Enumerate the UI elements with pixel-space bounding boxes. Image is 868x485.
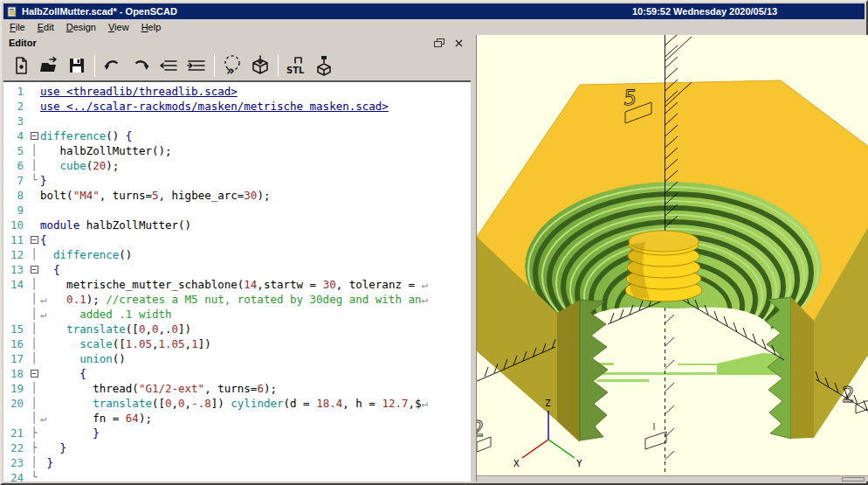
viewport-resize-grip[interactable] xyxy=(842,477,865,482)
fold-marker xyxy=(28,188,40,203)
svg-text:STL: STL xyxy=(286,66,305,75)
code-text: { xyxy=(40,232,47,247)
fold-marker[interactable]: − xyxy=(28,262,40,277)
line-number: 16 xyxy=(3,336,28,351)
unindent-button[interactable] xyxy=(155,53,183,78)
toolbar-separator xyxy=(214,54,215,77)
code-text: } xyxy=(40,440,66,455)
code-text: translate([0,0,-.8]) cylinder(d = 18.4, … xyxy=(40,396,428,411)
line-number xyxy=(3,307,28,322)
code-text: metrische_mutter_schablone(14,startw = 3… xyxy=(40,277,428,292)
bolt xyxy=(625,231,702,301)
close-panel-button[interactable] xyxy=(451,37,465,49)
open-file-button[interactable] xyxy=(35,53,63,78)
fold-marker: └ xyxy=(28,173,40,188)
code-text: ↵ added .1 width xyxy=(40,307,172,322)
menu-file[interactable]: File xyxy=(3,20,31,34)
fold-marker[interactable]: − xyxy=(28,366,40,381)
line-number: 11 xyxy=(3,232,28,247)
line-number xyxy=(3,411,28,426)
code-line: 16│ scale([1.05,1.05,1]) xyxy=(3,336,471,351)
editor-dock: Editor xyxy=(3,35,471,482)
menu-view[interactable]: View xyxy=(102,20,135,34)
line-number: 4 xyxy=(3,128,28,143)
code-line: 2use <../scalar-rackmods/masken/metrisch… xyxy=(3,99,471,114)
new-file-button[interactable] xyxy=(7,53,35,78)
z-scale-label: 5 xyxy=(623,86,637,110)
code-text: scale([1.05,1.05,1]) xyxy=(40,336,211,351)
title-bar[interactable]: HalbZollMutter.scad* - OpenSCAD 10:59:52… xyxy=(3,3,865,19)
openscad-window: HalbZollMutter.scad* - OpenSCAD 10:59:52… xyxy=(0,0,868,485)
toolbar-separator xyxy=(278,54,279,77)
line-number: 24 xyxy=(3,470,28,482)
fold-marker xyxy=(28,218,40,232)
code-text: ↵ fn = 64); xyxy=(40,411,152,426)
fold-marker xyxy=(28,203,40,218)
fold-marker[interactable]: − xyxy=(28,232,40,247)
code-line: 23│ } xyxy=(3,455,471,470)
line-number: 10 xyxy=(3,218,28,232)
code-text: union() xyxy=(40,351,126,366)
fold-marker: │ xyxy=(28,396,40,411)
viewport-scrollbar[interactable] xyxy=(477,475,868,482)
code-line: 21├ } xyxy=(3,426,471,440)
fold-marker: │ xyxy=(28,247,40,262)
fold-marker: │ xyxy=(28,292,40,307)
code-text: ↵ 0.1); //creates a M5 nut, rotated by 3… xyxy=(40,292,428,307)
render-button[interactable] xyxy=(246,53,274,78)
viewport-3d[interactable]: 5 2 2 Z X xyxy=(476,35,868,482)
code-text: cube(20); xyxy=(40,158,119,173)
code-line: 13− { xyxy=(3,262,471,277)
toolbar-separator xyxy=(94,54,95,77)
undo-button[interactable] xyxy=(99,53,127,78)
fold-marker: │ xyxy=(28,277,40,292)
redo-button[interactable] xyxy=(127,53,155,78)
menu-design[interactable]: Design xyxy=(60,20,102,34)
y-axis-label: Y xyxy=(576,458,582,469)
menu-help[interactable]: Help xyxy=(135,20,168,34)
code-line: 1use <threadlib/threadlib.scad> xyxy=(3,84,471,99)
code-text: thread("G1/2-ext", turns=6); xyxy=(40,381,277,396)
fold-marker xyxy=(28,99,40,114)
float-panel-button[interactable] xyxy=(432,37,446,49)
fold-marker: ├ xyxy=(28,426,40,440)
code-line: 14│ metrische_mutter_schablone(14,startw… xyxy=(3,277,471,292)
menu-edit[interactable]: Edit xyxy=(31,20,60,34)
indent-button[interactable] xyxy=(183,53,210,78)
line-number: 5 xyxy=(3,143,28,158)
nut-right-cut-face xyxy=(791,297,814,439)
line-number: 12 xyxy=(3,247,28,262)
line-number: 21 xyxy=(3,426,28,440)
code-text: halbZollMutter(); xyxy=(40,143,172,158)
code-editor[interactable]: 1use <threadlib/threadlib.scad>2use <../… xyxy=(3,80,471,482)
line-number: 22 xyxy=(3,440,28,455)
export-stl-button[interactable]: STL xyxy=(282,53,310,78)
code-text: difference() xyxy=(40,247,132,262)
line-number: 17 xyxy=(3,351,28,366)
line-number: 7 xyxy=(3,173,28,188)
fold-marker: │ xyxy=(28,158,40,173)
app-icon xyxy=(7,6,18,17)
fold-marker: │ xyxy=(28,351,40,366)
code-line: 6│ cube(20); xyxy=(3,158,471,173)
code-text: { xyxy=(40,366,86,381)
code-line: 22├ } xyxy=(3,440,471,455)
fold-marker: │ xyxy=(28,411,40,426)
line-number: 1 xyxy=(3,84,28,99)
save-button[interactable] xyxy=(63,53,91,78)
code-line: 3 xyxy=(3,114,471,128)
svg-text:»: » xyxy=(226,63,235,77)
fold-marker[interactable]: − xyxy=(28,128,40,143)
preview-button[interactable]: » xyxy=(218,53,246,78)
code-line: 20│ translate([0,0,-.8]) cylinder(d = 18… xyxy=(3,396,471,411)
fold-marker: │ xyxy=(28,381,40,396)
fold-marker: │ xyxy=(28,336,40,351)
code-line: 11−{ xyxy=(3,232,471,247)
print-3d-button[interactable] xyxy=(310,53,338,78)
editor-toolbar: » STL xyxy=(3,51,471,80)
line-number: 15 xyxy=(3,322,28,336)
code-text: { xyxy=(40,262,60,277)
code-line: 8bolt("M4", turns=5, higbee_arc=30); xyxy=(3,188,471,203)
fold-marker: │ xyxy=(28,322,40,336)
code-text: difference() { xyxy=(40,128,132,143)
